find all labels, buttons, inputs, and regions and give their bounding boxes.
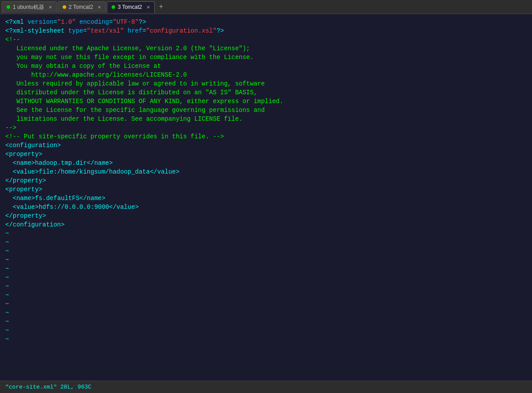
editor-line: </configuration> (5, 220, 527, 229)
editor-line: --> (5, 123, 527, 132)
tab-label-tab3: 3 Tomcat2 (118, 4, 142, 10)
editor-line: <!-- Put site-specific property override… (5, 132, 527, 141)
editor-line: <?xml version="1.0" encoding="UTF-8"?> (5, 18, 527, 26)
editor-line: See the License for the specific languag… (5, 106, 527, 115)
editor-line: ~ (5, 282, 527, 291)
editor-line: <configuration> (5, 141, 527, 150)
tab-close-tab1[interactable]: ✕ (49, 5, 52, 10)
tab-dot-tab1 (7, 5, 10, 9)
editor-line: ~ (5, 291, 527, 300)
tab-bar: 1 ubuntu机器✕2 Tomcat2✕3 Tomcat2✕+ (0, 0, 532, 14)
editor-line: </property> (5, 211, 527, 220)
tab-dot-tab2 (63, 5, 66, 9)
editor-line: ~ (5, 264, 527, 273)
editor-line: ~ (5, 317, 527, 326)
editor-line: <name>hadoop.tmp.dir</name> (5, 159, 527, 167)
editor-line: <!-- (5, 35, 527, 44)
editor-line: ~ (5, 256, 527, 264)
editor-line: you may not use this file except in comp… (5, 53, 527, 62)
editor-line: <property> (5, 150, 527, 159)
tab-label-tab2: 2 Tomcat2 (69, 4, 93, 10)
editor-line: <value>hdfs://0.0.0.0:9000</value> (5, 203, 527, 211)
editor-line: ~ (5, 300, 527, 308)
editor-line: ~ (5, 326, 527, 335)
editor-line: ~ (5, 273, 527, 282)
tab-close-tab3[interactable]: ✕ (146, 5, 150, 10)
editor-line: ~ (5, 308, 527, 317)
tab-tab2[interactable]: 2 Tomcat2✕ (58, 1, 106, 13)
editor-line: <?xml-stylesheet type="text/xsl" href="c… (5, 26, 527, 35)
editor-line: ~ (5, 229, 527, 238)
editor-area[interactable]: <?xml version="1.0" encoding="UTF-8"?><?… (0, 14, 532, 381)
editor-line: ~ (5, 247, 527, 256)
editor-line: Licensed under the Apache License, Versi… (5, 44, 527, 53)
editor-line: WITHOUT WARRANTIES OR CONDITIONS OF ANY … (5, 97, 527, 106)
status-bar: "core-site.xml" 28L, 963C (0, 381, 532, 393)
editor-line: limitations under the License. See accom… (5, 115, 527, 123)
editor-line: <property> (5, 185, 527, 194)
tab-tab3[interactable]: 3 Tomcat2✕ (107, 1, 155, 13)
tab-add-button[interactable]: + (156, 2, 166, 12)
editor-line: Unless required by applicable law or agr… (5, 79, 527, 88)
status-text: "core-site.xml" 28L, 963C (5, 384, 91, 390)
editor-line: <value>file:/home/kingsum/hadoop_data</v… (5, 167, 527, 176)
tab-tab1[interactable]: 1 ubuntu机器✕ (2, 1, 57, 13)
editor-line: ~ (5, 335, 527, 344)
editor-line: distributed under the License is distrib… (5, 88, 527, 97)
editor-line: You may obtain a copy of the License at (5, 62, 527, 70)
tab-close-tab2[interactable]: ✕ (97, 5, 101, 10)
editor-line: <name>fs.defaultFS</name> (5, 194, 527, 203)
editor-line: </property> (5, 176, 527, 185)
editor-line: http://www.apache.org/licenses/LICENSE-2… (5, 70, 527, 79)
tab-label-tab1: 1 ubuntu机器 (13, 4, 44, 11)
tab-dot-tab3 (112, 5, 115, 9)
editor-line: ~ (5, 238, 527, 247)
